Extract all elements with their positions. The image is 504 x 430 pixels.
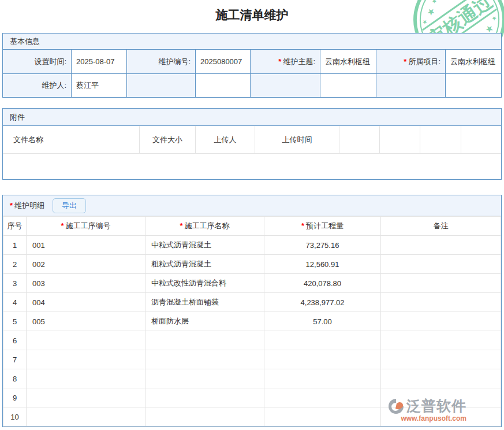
qty-cell bbox=[264, 407, 381, 427]
col-estimated-qty: *预计工程量 bbox=[264, 217, 381, 236]
details-title-text: 维护明细 bbox=[14, 201, 44, 211]
table-row: 5 005 桥面防水层 57.00 bbox=[3, 312, 501, 331]
code-cell: 002 bbox=[27, 255, 145, 274]
required-mark: * bbox=[10, 201, 13, 210]
table-row: 6 bbox=[3, 331, 501, 350]
table-row: 1 001 中粒式沥青混凝土 73,275.16 bbox=[3, 236, 501, 255]
code-cell: 005 bbox=[27, 312, 145, 331]
code-cell bbox=[27, 407, 145, 427]
attachments-empty-body bbox=[3, 154, 501, 179]
col-file-name: 文件名称 bbox=[3, 126, 139, 153]
seq-cell: 7 bbox=[3, 350, 27, 369]
col-process-name: *施工工序名称 bbox=[145, 217, 264, 236]
seq-cell: 4 bbox=[3, 293, 27, 312]
qty-cell: 12,560.91 bbox=[264, 255, 381, 274]
empty-label-cell bbox=[376, 73, 445, 97]
code-cell: 001 bbox=[27, 236, 145, 255]
seq-cell: 10 bbox=[3, 407, 27, 427]
attachments-section-title: 附件 bbox=[3, 109, 501, 126]
basic-info-section: 基本信息 设置时间: 2025-08-07 维护编号: 2025080007 *… bbox=[2, 33, 502, 98]
remark-cell bbox=[381, 255, 501, 274]
remark-cell bbox=[381, 369, 501, 388]
qty-cell bbox=[264, 350, 381, 369]
col-empty bbox=[420, 126, 461, 153]
star-icon: ★ bbox=[430, 0, 438, 5]
col-empty bbox=[379, 126, 420, 153]
remark-cell bbox=[381, 331, 501, 350]
name-cell bbox=[145, 388, 264, 407]
name-cell: 粗粒式沥青混凝土 bbox=[145, 255, 264, 274]
empty-label-cell bbox=[126, 73, 195, 97]
name-cell bbox=[145, 369, 264, 388]
col-uploader: 上传人 bbox=[195, 126, 255, 153]
export-button[interactable]: 导出 bbox=[53, 198, 86, 213]
name-cell bbox=[145, 331, 264, 350]
col-remark: 备注 bbox=[381, 217, 501, 236]
code-cell bbox=[27, 331, 145, 350]
remark-cell bbox=[381, 407, 501, 427]
table-row: 4 004 沥青混凝土桥面铺装 4,238,977.02 bbox=[3, 293, 501, 312]
empty-label-cell bbox=[250, 73, 320, 97]
table-row: 10 bbox=[3, 407, 501, 427]
qty-cell bbox=[264, 369, 381, 388]
remark-cell bbox=[381, 350, 501, 369]
basic-info-section-title: 基本信息 bbox=[3, 34, 501, 50]
maintenance-details-section: * 维护明细 导出 序号 *施工工序编号 *施工工序名称 *预计工程量 备注 1… bbox=[2, 195, 502, 427]
col-empty bbox=[339, 126, 379, 153]
empty-value-cell bbox=[320, 73, 376, 97]
seq-cell: 3 bbox=[3, 274, 27, 293]
code-cell: 004 bbox=[27, 293, 145, 312]
empty-value-cell bbox=[445, 73, 501, 97]
basic-info-title-text: 基本信息 bbox=[10, 36, 40, 47]
seq-cell: 8 bbox=[3, 369, 27, 388]
name-cell: 中粒式沥青混凝土 bbox=[145, 236, 264, 255]
table-row: 3 003 中粒式改性沥青混合料 420,078.80 bbox=[3, 274, 501, 293]
col-file-size: 文件大小 bbox=[139, 126, 195, 153]
required-mark: * bbox=[278, 57, 281, 66]
required-mark: * bbox=[404, 57, 406, 66]
set-time-value: 2025-08-07 bbox=[71, 50, 126, 73]
col-seq-no: 序号 bbox=[3, 217, 27, 236]
maintainer-value: 蔡江平 bbox=[71, 73, 126, 97]
project-label: *所属项目: bbox=[376, 50, 445, 73]
code-cell bbox=[27, 388, 145, 407]
seq-cell: 1 bbox=[3, 236, 27, 255]
attachments-header-row: 文件名称 文件大小 上传人 上传时间 bbox=[3, 126, 501, 154]
qty-cell bbox=[264, 388, 381, 407]
table-row: 9 bbox=[3, 388, 501, 407]
details-section-title: * 维护明细 导出 bbox=[3, 195, 501, 216]
remark-cell bbox=[381, 236, 501, 255]
page-title: 施工清单维护 bbox=[0, 7, 504, 23]
name-cell bbox=[145, 407, 264, 427]
qty-cell: 73,275.16 bbox=[264, 236, 381, 255]
col-empty bbox=[461, 126, 501, 153]
attachments-section: 附件 文件名称 文件大小 上传人 上传时间 bbox=[2, 108, 502, 180]
seq-cell: 9 bbox=[3, 388, 27, 407]
empty-value-cell bbox=[195, 73, 250, 97]
table-row: 8 bbox=[3, 369, 501, 388]
col-process-code: *施工工序编号 bbox=[27, 217, 145, 236]
maintenance-subject-value: 云南水利枢纽 bbox=[320, 50, 376, 73]
set-time-label: 设置时间: bbox=[3, 50, 71, 73]
qty-cell: 4,238,977.02 bbox=[264, 293, 381, 312]
name-cell: 中粒式改性沥青混合料 bbox=[145, 274, 264, 293]
remark-cell bbox=[381, 274, 501, 293]
col-upload-time: 上传时间 bbox=[255, 126, 339, 153]
name-cell bbox=[145, 350, 264, 369]
maintenance-no-value: 2025080007 bbox=[195, 50, 250, 73]
seq-cell: 2 bbox=[3, 255, 27, 274]
code-cell: 003 bbox=[27, 274, 145, 293]
code-cell bbox=[27, 350, 145, 369]
details-header-row: 序号 *施工工序编号 *施工工序名称 *预计工程量 备注 bbox=[3, 217, 501, 236]
name-cell: 沥青混凝土桥面铺装 bbox=[145, 293, 264, 312]
maintenance-no-label: 维护编号: bbox=[126, 50, 195, 73]
remark-cell bbox=[381, 293, 501, 312]
name-cell: 桥面防水层 bbox=[145, 312, 264, 331]
qty-cell bbox=[264, 331, 381, 350]
basic-info-grid: 设置时间: 2025-08-07 维护编号: 2025080007 *维护主题:… bbox=[3, 50, 501, 97]
seq-cell: 5 bbox=[3, 312, 27, 331]
required-mark: * bbox=[180, 221, 182, 230]
qty-cell: 57.00 bbox=[264, 312, 381, 331]
required-mark: * bbox=[301, 221, 304, 230]
maintainer-label: 维护人: bbox=[3, 73, 71, 97]
